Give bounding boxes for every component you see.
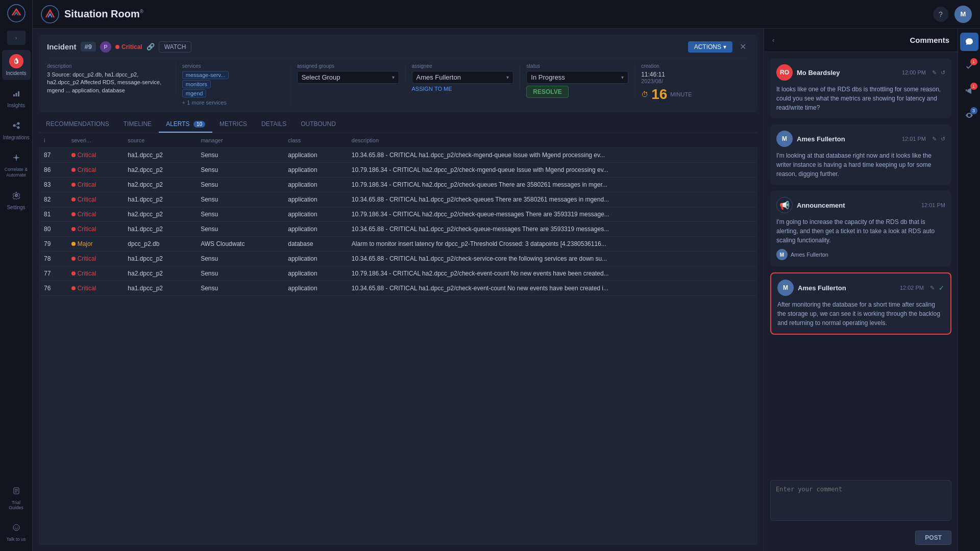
meta-assignee: assignee Ames Fullerton ▾ ASSIGN TO ME	[406, 63, 521, 92]
comments-expand-button[interactable]: ‹	[772, 36, 774, 44]
status-label: status	[526, 63, 628, 69]
cell-class: application	[283, 163, 347, 178]
cell-class: application	[283, 148, 347, 163]
tab-details[interactable]: DETAILS	[254, 116, 293, 133]
table-row[interactable]: 78 Critical ha1.dpcc_p2 Sensu applicatio…	[39, 252, 757, 266]
table-row[interactable]: 80 Critical ha1.dpcc_p2 Sensu applicatio…	[39, 222, 757, 237]
sidebar-item-label-correlate: Correlate & Automate	[4, 167, 29, 178]
assign-to-me-button[interactable]: ASSIGN TO ME	[412, 86, 514, 92]
cell-manager: Sensu	[195, 281, 283, 296]
cell-id: 81	[39, 207, 66, 222]
comment-text-ames1: I'm looking at that database right now a…	[776, 151, 945, 179]
right-icon-megaphone[interactable]: 1	[960, 82, 978, 100]
comment-avatar-announcement: 📢	[776, 197, 793, 213]
sidebar-item-settings[interactable]: Settings	[2, 184, 31, 214]
meta-status: status In Progress ▾ RESOLVE	[520, 63, 635, 98]
right-icon-eye[interactable]: 3	[960, 106, 978, 124]
right-icon-check[interactable]: 1	[960, 57, 978, 76]
sidebar-item-talk-to-us[interactable]: Talk to us	[2, 516, 31, 546]
timer-value: 16	[651, 86, 667, 103]
cell-description: Alarm to monitor insert latency for dpcc…	[347, 237, 757, 252]
creation-time: 11:46:11 2023/08/	[641, 71, 743, 84]
sidebar-item-correlate[interactable]: Correlate & Automate	[2, 146, 31, 182]
severity-dot	[115, 45, 119, 49]
comment-time-mo: 12:00 PM	[902, 69, 926, 76]
svg-rect-1	[13, 94, 15, 96]
table-row[interactable]: 79 Major dpcc_p2.db AWS Cloudwatc databa…	[39, 237, 757, 252]
sidebar-item-incidents[interactable]: Incidents	[2, 50, 31, 80]
table-header-row: i severi... source manager class descrip…	[39, 133, 757, 148]
table-row[interactable]: 86 Critical ha2.dpcc_p2 Sensu applicatio…	[39, 163, 757, 178]
cell-manager: Sensu	[195, 266, 283, 281]
cell-severity: Critical	[66, 148, 123, 163]
cell-severity: Critical	[66, 281, 123, 296]
table-row[interactable]: 77 Critical ha2.dpcc_p2 Sensu applicatio…	[39, 266, 757, 281]
watch-button[interactable]: WATCH	[159, 41, 192, 53]
cell-id: 80	[39, 222, 66, 237]
sidebar-item-insights[interactable]: Insights	[2, 82, 31, 112]
sidebar-item-integrations[interactable]: Integrations	[2, 114, 31, 144]
comment-name-ames2: Ames Fullerton	[798, 284, 846, 292]
link-icon[interactable]: 🔗	[146, 43, 155, 51]
cell-manager: Sensu	[195, 163, 283, 178]
comment-edit-mo[interactable]: ✎	[932, 69, 937, 76]
sidebar-item-label-settings: Settings	[7, 205, 25, 210]
table-row[interactable]: 81 Critical ha2.dpcc_p2 Sensu applicatio…	[39, 207, 757, 222]
assignee-dropdown[interactable]: Ames Fullerton ▾	[412, 71, 514, 84]
sidebar-item-label-integrations: Integrations	[3, 135, 29, 140]
app-logo[interactable]	[7, 4, 26, 22]
comment-avatar-mo: RO	[776, 64, 793, 81]
comment-avatar-ames1: M	[776, 131, 793, 147]
tab-timeline[interactable]: TIMELINE	[116, 116, 159, 133]
announcement-author: M Ames Fullerton	[776, 249, 945, 260]
tab-alerts[interactable]: ALERTS 10	[159, 116, 212, 133]
cell-severity: Critical	[66, 178, 123, 192]
cell-severity: Critical	[66, 207, 123, 222]
tab-recommendations[interactable]: RECOMMENDATIONS	[39, 116, 116, 133]
cell-id: 86	[39, 163, 66, 178]
comment-check-ames2[interactable]: ✓	[939, 284, 944, 292]
tab-metrics[interactable]: METRICS	[212, 116, 254, 133]
col-header-source: source	[122, 133, 195, 148]
comment-textarea[interactable]	[770, 480, 951, 521]
service-tag-1[interactable]: monitors	[182, 80, 211, 88]
service-tag-0[interactable]: message-serv...	[182, 71, 229, 79]
cell-id: 78	[39, 252, 66, 266]
resolve-button[interactable]: RESOLVE	[526, 86, 568, 98]
help-button[interactable]: ?	[933, 7, 948, 22]
settings-icon	[9, 188, 23, 203]
comment-more-ames1[interactable]: ↺	[941, 136, 945, 142]
more-services-link[interactable]: + 1 more services	[182, 99, 227, 106]
comment-edit-ames1[interactable]: ✎	[932, 136, 937, 142]
post-button[interactable]: POST	[915, 531, 951, 545]
comment-header-announcement: 📢 Announcement 12:01 PM	[776, 197, 945, 213]
select-group-dropdown[interactable]: Select Group ▾	[297, 71, 399, 84]
table-row[interactable]: 87 Critical ha1.dpcc_p2 Sensu applicatio…	[39, 148, 757, 163]
cell-severity: Critical	[66, 266, 123, 281]
cell-class: application	[283, 207, 347, 222]
service-tag-2[interactable]: mgend	[182, 89, 207, 97]
status-dropdown[interactable]: In Progress ▾	[526, 71, 628, 84]
svg-point-15	[15, 527, 15, 527]
table-row[interactable]: 76 Critical ha1.dpcc_p2 Sensu applicatio…	[39, 281, 757, 296]
table-row[interactable]: 82 Critical ha1.dpcc_p2 Sensu applicatio…	[39, 192, 757, 207]
actions-button[interactable]: ACTIONS ▾	[688, 41, 732, 53]
close-button[interactable]: ✕	[737, 41, 749, 53]
cell-source: ha1.dpcc_p2	[122, 222, 195, 237]
cell-source: ha1.dpcc_p2	[122, 252, 195, 266]
user-avatar[interactable]: M	[954, 6, 972, 23]
tab-outbound[interactable]: OUTBOUND	[293, 116, 343, 133]
comment-more-mo[interactable]: ↺	[941, 69, 945, 76]
comment-edit-ames2[interactable]: ✎	[930, 285, 935, 291]
table-row[interactable]: 83 Critical ha2.dpcc_p2 Sensu applicatio…	[39, 178, 757, 192]
incident-timer: ⏱ 16 MINUTE	[641, 86, 743, 103]
meta-creation: creation 11:46:11 2023/08/ ⏱ 16 MINUTE	[635, 63, 749, 103]
announcement-author-avatar: M	[776, 249, 788, 260]
sidebar-collapse-toggle[interactable]: ›	[7, 31, 26, 45]
comment-header-ames2: M Ames Fullerton 12:02 PM ✎ ✓	[777, 280, 944, 296]
cell-manager: Sensu	[195, 192, 283, 207]
sidebar-item-trial-guides[interactable]: Trial Guides	[2, 480, 31, 514]
cell-source: ha2.dpcc_p2	[122, 207, 195, 222]
right-icon-chat[interactable]	[960, 33, 978, 51]
cell-description: 10.34.65.88 - CRITICAL ha1.dpcc_p2/check…	[347, 192, 757, 207]
